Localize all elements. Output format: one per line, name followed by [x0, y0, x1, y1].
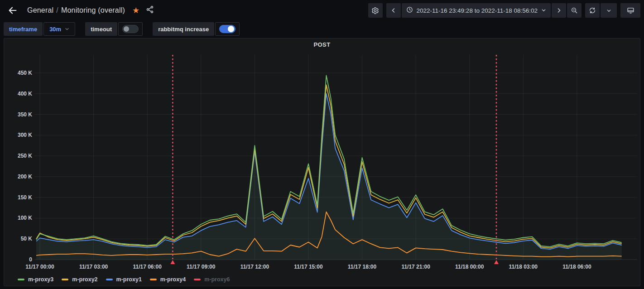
legend-swatch: [18, 279, 24, 280]
legend-swatch: [106, 279, 113, 280]
post-panel: POST 050 K100 K150 K200 K250 K300 K350 K…: [4, 38, 640, 286]
toggle-knob: [228, 26, 234, 32]
chevron-down-icon: [541, 7, 546, 14]
time-shift-back-button[interactable]: [386, 3, 401, 18]
y-axis-label: 450 K: [18, 70, 32, 76]
post-timeseries-chart[interactable]: 050 K100 K150 K200 K250 K300 K350 K400 K…: [4, 39, 640, 272]
y-axis-label: 50 K: [21, 236, 33, 242]
x-axis-label: 11/17 12:00: [240, 264, 269, 270]
timeframe-value: 30m: [49, 26, 61, 33]
legend-swatch: [150, 279, 157, 280]
legend-swatch: [194, 279, 201, 280]
rabbitmq-increase-label: rabbitmq increase: [153, 22, 214, 36]
x-axis-label: 11/17 03:00: [79, 264, 108, 270]
dashboard-variables-row: timeframe 30m timeout rabbitmq increase: [0, 21, 644, 37]
magnifier-minus-icon: [571, 7, 578, 14]
dashboard-settings-button[interactable]: [368, 3, 383, 18]
timeout-toggle[interactable]: [118, 22, 143, 36]
time-range-text: 2022-11-16 23:49:28 to 2022-11-18 08:56:…: [417, 7, 538, 14]
y-axis-label: 200 K: [18, 173, 32, 180]
chevron-down-icon: [606, 8, 611, 13]
x-axis-label: 11/17 15:00: [294, 264, 323, 270]
chart-legend: m-proxy3m-proxy2m-proxy1m-proxy4m-proxy6: [18, 276, 230, 283]
legend-label: m-proxy6: [204, 276, 230, 283]
back-button[interactable]: [5, 2, 21, 19]
monitor-icon: [627, 7, 634, 14]
clock-icon: [406, 6, 413, 14]
legend-swatch: [62, 279, 68, 280]
x-axis-label: 11/17 00:00: [25, 264, 54, 270]
share-icon[interactable]: [146, 5, 154, 15]
legend-label: m-proxy3: [28, 276, 53, 283]
rabbitmq-increase-toggle[interactable]: [215, 22, 240, 36]
x-axis-label: 11/18 03:00: [509, 264, 538, 270]
chevron-down-icon: [65, 26, 69, 33]
legend-item-m-proxy2[interactable]: m-proxy2: [62, 276, 97, 283]
arrow-left-icon: [8, 5, 18, 15]
y-axis-label: 100 K: [18, 215, 32, 221]
x-axis-label: 11/18 06:00: [562, 264, 591, 270]
legend-item-m-proxy1[interactable]: m-proxy1: [106, 276, 142, 283]
time-shift-forward-button[interactable]: [552, 3, 566, 18]
timeframe-dropdown[interactable]: 30m: [43, 22, 75, 36]
x-axis-label: 11/17 21:00: [401, 264, 430, 270]
topbar-actions: 2022-11-16 23:49:28 to 2022-11-18 08:56:…: [368, 3, 640, 18]
chevron-left-icon: [391, 8, 396, 13]
refresh-icon: [589, 7, 596, 14]
chevron-right-icon: [556, 8, 562, 13]
kiosk-mode-button[interactable]: [620, 3, 640, 18]
timeout-variable: timeout: [85, 22, 143, 36]
legend-label: m-proxy2: [72, 276, 97, 283]
time-picker-group: 2022-11-16 23:49:28 to 2022-11-18 08:56:…: [386, 3, 582, 18]
breadcrumb-folder[interactable]: General: [27, 6, 53, 14]
annotation-marker[interactable]: [170, 260, 175, 264]
y-axis-label: 0: [29, 256, 32, 263]
refresh-interval-dropdown[interactable]: [601, 3, 617, 18]
y-axis-label: 400 K: [18, 91, 32, 97]
legend-item-m-proxy4[interactable]: m-proxy4: [150, 276, 186, 283]
y-axis-label: 300 K: [18, 132, 32, 138]
toggle-knob: [124, 26, 129, 32]
breadcrumb: General/Monitoring (overall): [27, 6, 125, 14]
top-navbar: General/Monitoring (overall) ★: [0, 0, 644, 21]
x-axis-label: 11/18 00:00: [455, 264, 484, 270]
legend-item-m-proxy3[interactable]: m-proxy3: [18, 276, 53, 283]
legend-item-m-proxy6[interactable]: m-proxy6: [194, 276, 230, 283]
y-axis-label: 150 K: [18, 194, 32, 201]
refresh-button[interactable]: [585, 3, 600, 18]
gear-icon: [371, 7, 379, 14]
breadcrumb-separator: /: [53, 6, 61, 14]
favorite-star-icon[interactable]: ★: [132, 6, 139, 14]
y-axis-label: 350 K: [18, 111, 32, 118]
zoom-out-button[interactable]: [567, 3, 582, 18]
rabbitmq-variable: rabbitmq increase: [153, 22, 240, 36]
x-axis-label: 11/17 09:00: [187, 264, 216, 270]
refresh-group: [585, 3, 617, 18]
timeout-label: timeout: [85, 22, 117, 36]
time-range-picker[interactable]: 2022-11-16 23:49:28 to 2022-11-18 08:56:…: [402, 3, 551, 18]
y-axis-label: 250 K: [18, 153, 32, 159]
legend-label: m-proxy4: [160, 276, 186, 283]
timeframe-label: timeframe: [4, 22, 43, 36]
legend-label: m-proxy1: [116, 276, 142, 283]
toggle-track: [122, 25, 139, 33]
timeframe-variable: timeframe 30m: [4, 22, 75, 36]
toggle-track: [219, 25, 235, 33]
x-axis-label: 11/17 18:00: [348, 264, 377, 270]
annotation-marker[interactable]: [494, 260, 499, 264]
breadcrumb-dashboard[interactable]: Monitoring (overall): [61, 6, 125, 14]
x-axis-label: 11/17 06:00: [133, 264, 162, 270]
